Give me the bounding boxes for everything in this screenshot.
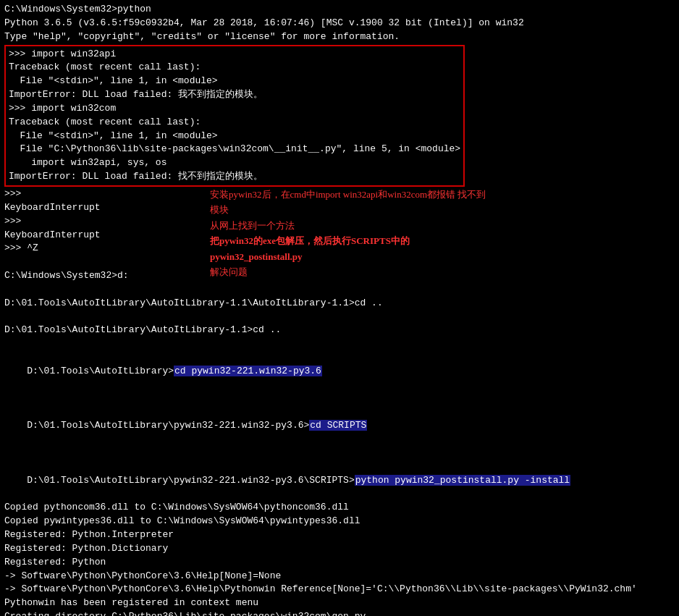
line-7: ImportError: DLL load failed: 我不到指定的模块。 — [9, 88, 460, 102]
line-23 — [4, 311, 675, 324]
line-21 — [4, 283, 675, 297]
annotation-line-4: 解决问题 — [210, 264, 492, 279]
line-26: D:\01.Tools\AutoItLibrary>cd pywin32-221… — [4, 351, 675, 392]
line-27 — [4, 392, 675, 406]
line-25 — [4, 337, 675, 351]
line-5: Traceback (most recent call last): — [9, 61, 460, 75]
line-36: -> Software\Python\PythonCore\3.6\Help[N… — [4, 570, 675, 583]
line-3: Type "help", "copyright", "credits" or "… — [4, 30, 675, 44]
line-33: Registered: Python.Interpreter — [4, 528, 675, 542]
line-9: Traceback (most recent call last): — [9, 116, 460, 130]
annotation-line-1: 安装pywin32后，在cmd中import win32api和win32com… — [210, 187, 492, 218]
line-29 — [4, 447, 675, 460]
line-4: >>> import win32api — [9, 48, 460, 62]
line-24: D:\01.Tools\AutoItLibrary\AutoItLibrary-… — [4, 324, 675, 337]
line-39: Creating directory C:\Python36\Lib\site-… — [4, 610, 675, 616]
line-10: File "<stdin>", line 1, in <module> — [9, 130, 460, 143]
line-1: C:\Windows\System32>python — [4, 3, 675, 17]
annotation-line-2: 从网上找到一个方法 — [210, 218, 492, 233]
line-13: ImportError: DLL load failed: 找不到指定的模块。 — [9, 170, 460, 184]
line-37: -> Software\Python\PythonCore\3.6\Help\P… — [4, 583, 675, 596]
line-35: Registered: Python — [4, 556, 675, 570]
line-12: import win32api, sys, os — [9, 156, 460, 170]
line-8: >>> import win32com — [9, 102, 460, 116]
line-28: D:\01.Tools\AutoItLibrary\pywin32-221.wi… — [4, 405, 675, 447]
line-22: D:\01.Tools\AutoItLibrary\AutoItLibrary-… — [4, 297, 675, 311]
terminal-window: C:\Windows\System32>python Python 3.6.5 … — [0, 0, 679, 616]
annotation-line-3: 把pywin32的exe包解压，然后执行SCRIPTS中的pywin32_pos… — [210, 233, 492, 264]
line-30: D:\01.Tools\AutoItLibrary\pywin32-221.wi… — [4, 460, 675, 502]
line-11: File "C:\Python36\lib\site-packages\win3… — [9, 143, 460, 156]
error-section-1: >>> import win32api Traceback (most rece… — [4, 45, 465, 187]
line-31: Copied pythoncom36.dll to C:\Windows\Sys… — [4, 501, 675, 515]
line-6: File "<stdin>", line 1, in <module> — [9, 75, 460, 88]
line-34: Registered: Python.Dictionary — [4, 542, 675, 556]
line-32: Copied pywintypes36.dll to C:\Windows\Sy… — [4, 515, 675, 528]
line-38: Pythonwin has been registered in context… — [4, 596, 675, 610]
line-2: Python 3.6.5 (v3.6.5:f59c0932b4, Mar 28 … — [4, 17, 675, 30]
annotation-bubble: 安装pywin32后，在cmd中import win32api和win32com… — [210, 187, 492, 280]
